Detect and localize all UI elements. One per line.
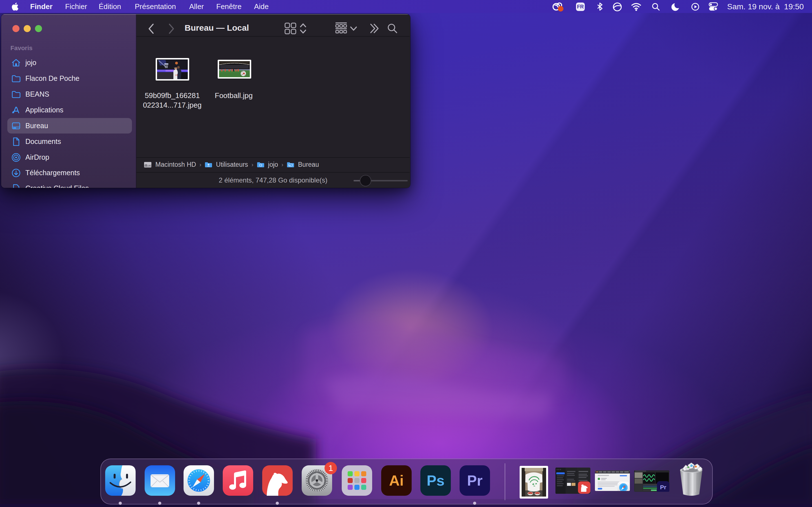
svg-text:15: 15: [175, 74, 177, 76]
